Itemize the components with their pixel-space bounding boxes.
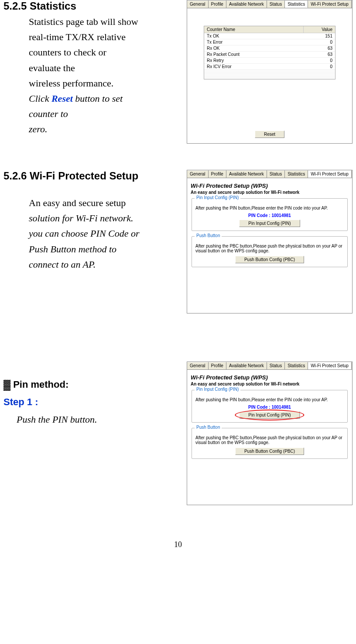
push-group-text: After pushing the PBC button,Please push… xyxy=(195,435,344,445)
counter-value: 63 xyxy=(304,45,335,51)
tab-status[interactable]: Status xyxy=(267,362,285,369)
col-value: Value xyxy=(304,26,335,33)
counter-name: Tx OK xyxy=(204,33,304,39)
table-row xyxy=(204,78,335,79)
stats-desc-line: counters to check or xyxy=(29,45,182,60)
tabs: General Profile Available Network Status… xyxy=(187,362,353,370)
tab-statistics[interactable]: Statistics xyxy=(285,170,308,178)
push-group-text: After pushing the PBC button,Please push… xyxy=(195,244,344,253)
stats-desc-line: zero. xyxy=(29,121,182,137)
tab-general[interactable]: General xyxy=(187,170,209,178)
pin-input-config-button[interactable]: Pin Input Config (PIN) xyxy=(239,220,300,227)
counter-name: Rx Packet Count xyxy=(204,52,304,57)
pin-group-label: Pin Input Config (PIN) xyxy=(195,195,240,200)
stats-desc-line: real-time TX/RX relative xyxy=(29,29,182,45)
section-heading-wps: 5.2.6 Wi-Fi Protected Setup xyxy=(3,170,182,182)
stats-desc-line: Click xyxy=(29,93,51,104)
counter-name: Rx OK xyxy=(204,45,304,51)
push-group: Push Button After pushing the PBC button… xyxy=(192,428,348,459)
step1-text: Push the PIN button. xyxy=(17,414,182,425)
tab-available-network[interactable]: Available Network xyxy=(226,0,267,8)
tab-profile[interactable]: Profile xyxy=(209,0,226,8)
stats-desc-line: evaluate the xyxy=(29,60,182,76)
pin-group: Pin Input Config (PIN) After pushing the… xyxy=(192,198,348,231)
table-row: Rx ICV Error0 xyxy=(204,64,335,70)
tab-status[interactable]: Status xyxy=(267,170,285,178)
pin-code-label: PIN Code : 10014981 xyxy=(195,213,344,218)
wps-desc-line: solution for Wi-Fi network. xyxy=(29,210,182,226)
stats-desc-line: counter to xyxy=(29,106,182,121)
counter-name: Tx Error xyxy=(204,39,304,45)
tab-general[interactable]: General xyxy=(187,362,209,369)
wps-screenshot-2: General Profile Available Network Status… xyxy=(187,362,353,505)
wps-desc-line: you can choose PIN Code or xyxy=(29,226,182,241)
tab-available-network[interactable]: Available Network xyxy=(226,170,267,178)
push-group-label: Push Button xyxy=(195,233,222,238)
push-group-label: Push Button xyxy=(195,425,222,430)
wps-desc-line: Push Button method to xyxy=(29,241,182,257)
page-number: 10 xyxy=(3,540,353,549)
wps-title: Wi-Fi Protected Setup (WPS) xyxy=(191,183,349,189)
section-heading-statistics: 5.2.5 Statistics xyxy=(3,0,182,12)
counter-name: Rx ICV Error xyxy=(204,64,304,69)
table-row: Rx Retry0 xyxy=(204,58,335,64)
tab-available-network[interactable]: Available Network xyxy=(226,362,267,369)
push-button-config-button[interactable]: Push Button Config (PBC) xyxy=(235,256,304,263)
reset-button[interactable]: Reset xyxy=(255,131,284,138)
pin-input-config-button[interactable]: Pin Input Config (PIN) xyxy=(239,411,300,419)
table-row: Rx Packet Count63 xyxy=(204,52,335,58)
tab-statistics[interactable]: Statistics xyxy=(285,362,308,369)
tab-general[interactable]: General xyxy=(187,0,209,8)
wps-desc-line: An easy and secure setup xyxy=(29,195,182,210)
wps-title: Wi-Fi Protected Setup (WPS) xyxy=(191,374,349,381)
pin-code-label: PIN Code : 10014981 xyxy=(195,405,344,410)
tab-wifi-protect-setup[interactable]: Wi-Fi Protect Setup xyxy=(308,170,352,178)
tab-wifi-protect-setup[interactable]: Wi-Fi Protect Setup xyxy=(308,0,352,8)
wps-subtitle: An easy and secure setup solution for Wi… xyxy=(191,382,349,386)
tab-status[interactable]: Status xyxy=(267,0,285,8)
counter-value: 63 xyxy=(304,52,335,57)
pin-group-label: Pin Input Config (PIN) xyxy=(195,387,240,392)
pin-group-text: After pushing the PIN button,Please ente… xyxy=(195,206,344,210)
reset-word: Reset xyxy=(51,93,73,104)
tabs: General Profile Available Network Status… xyxy=(187,0,353,8)
table-row: Tx Error0 xyxy=(204,39,335,45)
counter-value: 0 xyxy=(304,39,335,45)
stats-desc-line: button to set xyxy=(73,93,123,104)
push-group: Push Button After pushing the PBC button… xyxy=(192,236,348,267)
push-button-config-button[interactable]: Push Button Config (PBC) xyxy=(235,448,304,455)
stats-desc-line: Statistics page tab will show xyxy=(29,14,182,29)
tab-wifi-protect-setup[interactable]: Wi-Fi Protect Setup xyxy=(308,362,352,369)
table-row: Rx OK63 xyxy=(204,45,335,52)
step1-heading: Step 1 : xyxy=(3,396,182,408)
pin-group: Pin Input Config (PIN) After pushing the… xyxy=(192,390,348,423)
counter-value: 0 xyxy=(304,64,335,69)
stats-desc-line: wireless performance. xyxy=(29,76,182,91)
tab-statistics[interactable]: Statistics xyxy=(285,0,308,8)
col-counter-name: Counter Name xyxy=(204,26,304,33)
counter-value: 151 xyxy=(304,33,335,39)
wps-subtitle: An easy and secure setup solution for Wi… xyxy=(191,190,349,195)
tab-profile[interactable]: Profile xyxy=(209,170,226,178)
counter-value: 0 xyxy=(304,58,335,63)
tab-profile[interactable]: Profile xyxy=(209,362,226,369)
wps-desc-line: connect to an AP. xyxy=(29,257,182,272)
stats-table: Counter Name Value Tx OK151 Tx Error0 Rx… xyxy=(204,26,335,79)
wps-screenshot-1: General Profile Available Network Status… xyxy=(187,170,353,313)
counter-name: Rx Retry xyxy=(204,58,304,63)
pin-method-heading: ▓ Pin method: xyxy=(3,379,182,390)
pin-group-text: After pushing the PIN button,Please ente… xyxy=(195,397,344,402)
tabs: General Profile Available Network Status… xyxy=(187,170,353,178)
table-row: Tx OK151 xyxy=(204,33,335,39)
statistics-screenshot: General Profile Available Network Status… xyxy=(187,0,353,144)
